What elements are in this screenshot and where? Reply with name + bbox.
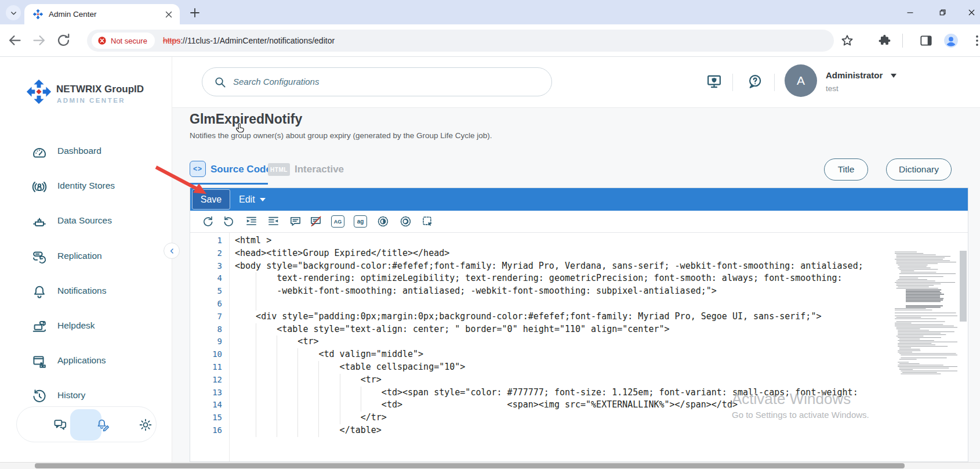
code-line[interactable]: 16 </table> <box>190 424 892 437</box>
sidebar: NETWRIX GroupID ADMIN CENTER DashboardId… <box>0 57 172 462</box>
notification-edit-icon[interactable] <box>95 417 110 432</box>
code-line[interactable]: 11 <table cellspacing="10"> <box>190 361 892 374</box>
side-panel-icon[interactable] <box>919 33 934 48</box>
line-number[interactable]: 16 <box>190 424 222 437</box>
reload-button[interactable] <box>56 33 71 48</box>
line-number[interactable]: 5 <box>190 285 222 298</box>
back-button[interactable] <box>7 33 23 48</box>
sidebar-item-notifications[interactable]: Notifications <box>0 275 172 309</box>
code-line[interactable]: 4 text-rendering: optimizeLegibility; te… <box>190 272 892 285</box>
browser-tab[interactable]: Admin Center <box>24 4 180 24</box>
uncomment-icon[interactable] <box>309 215 322 228</box>
line-number[interactable]: 6 <box>190 298 222 311</box>
search-input[interactable]: Search Configurations <box>202 67 552 96</box>
contrast-light-icon[interactable] <box>399 215 412 228</box>
browser-profile-avatar[interactable] <box>943 33 959 48</box>
window-restore-button[interactable] <box>934 4 951 20</box>
outdent-icon[interactable] <box>267 215 280 228</box>
sidebar-item-dashboard[interactable]: Dashboard <box>0 135 172 169</box>
line-number[interactable]: 10 <box>190 348 222 361</box>
tab-interactive[interactable]: Interactive <box>295 164 344 175</box>
page-scrollbar-thumb[interactable] <box>35 463 905 468</box>
bookmark-star-icon[interactable] <box>840 33 855 48</box>
dictionary-button[interactable]: Dictionary <box>886 158 952 181</box>
redo-icon[interactable] <box>201 215 214 228</box>
forward-button[interactable] <box>31 33 47 48</box>
lowercase-icon[interactable]: ag <box>354 215 367 228</box>
contrast-dark-icon[interactable] <box>376 215 390 228</box>
code-area[interactable]: 1<html >2<head><title>Group Expired</tit… <box>190 233 968 461</box>
code-line[interactable]: 13 <td><span style="color: #777777; font… <box>190 387 892 399</box>
sidebar-item-helpdesk[interactable]: Helpdesk <box>0 309 172 344</box>
window-close-button[interactable] <box>963 4 980 20</box>
uppercase-icon[interactable]: AG <box>331 215 344 228</box>
tab-source-code[interactable]: Source Code <box>210 164 271 175</box>
editor-scrollbar-thumb[interactable] <box>960 251 967 322</box>
line-number[interactable]: 3 <box>190 260 222 273</box>
code-line[interactable]: 9 <tr> <box>190 335 892 348</box>
new-tab-button[interactable] <box>188 6 202 20</box>
indent-guide <box>277 335 277 348</box>
source-code-tab-icon[interactable]: <> <box>190 161 206 177</box>
address-bar[interactable]: Not secure https://11clus-1/AdminCenter/… <box>87 30 834 52</box>
header-divider <box>732 74 733 91</box>
line-number[interactable]: 14 <box>190 399 222 412</box>
settings-icon[interactable] <box>138 417 153 432</box>
tab-search-button[interactable] <box>6 5 21 20</box>
sidebar-item-replication[interactable]: Replication <box>0 240 172 275</box>
code-line-text: <head><title>Group Expired</title></head… <box>235 247 449 260</box>
code-line[interactable]: 6 <box>190 298 892 311</box>
user-avatar[interactable]: A <box>785 64 817 97</box>
sidebar-item-data-sources[interactable]: Data Sources <box>0 204 172 239</box>
code-line[interactable]: 1<html > <box>190 234 892 247</box>
code-line[interactable]: 14 <td> <span><img src="%EXTERNALLINK%">… <box>190 399 892 412</box>
line-number[interactable]: 12 <box>190 374 222 387</box>
code-lines[interactable]: 1<html >2<head><title>Group Expired</tit… <box>190 234 892 461</box>
sidebar-item-identity-stores[interactable]: Identity Stores <box>0 169 172 204</box>
title-button[interactable]: Title <box>824 158 868 181</box>
code-line[interactable]: 8 <table style="text-align: center; " bo… <box>190 323 892 336</box>
html-badge-icon[interactable]: HTML <box>268 163 290 176</box>
sidebar-collapse-button[interactable] <box>164 243 180 259</box>
extensions-icon[interactable] <box>877 33 892 48</box>
indent-guide <box>256 374 256 387</box>
minimap[interactable] <box>892 234 957 461</box>
indent-icon[interactable] <box>245 215 258 228</box>
browser-menu-icon[interactable] <box>970 33 980 48</box>
user-name[interactable]: Administrator <box>826 70 883 80</box>
line-number[interactable]: 1 <box>190 234 222 247</box>
code-line[interactable]: 10 <td valign="middle"> <box>190 348 892 361</box>
code-line[interactable]: 2<head><title>Group Expired</title></hea… <box>190 247 892 260</box>
sidebar-item-label: Data Sources <box>57 215 112 226</box>
sidebar-item-applications[interactable]: Applications <box>0 344 172 379</box>
line-number[interactable]: 2 <box>190 247 222 260</box>
line-number[interactable]: 7 <box>190 311 222 323</box>
line-number[interactable]: 4 <box>190 272 222 285</box>
line-number[interactable]: 15 <box>190 412 222 424</box>
comment-icon[interactable] <box>289 215 302 228</box>
feedback-icon[interactable] <box>53 417 68 432</box>
window-minimize-button[interactable] <box>901 4 919 20</box>
line-number[interactable]: 9 <box>190 335 222 348</box>
help-icon[interactable] <box>746 73 764 91</box>
code-line[interactable]: 5 -webkit-font-smoothing: antialiased; -… <box>190 285 892 298</box>
code-line[interactable]: 15 </tr> <box>190 412 892 424</box>
indent-guide <box>318 412 319 424</box>
undo-icon[interactable] <box>223 215 236 228</box>
edit-menu-button[interactable]: Edit <box>239 188 266 211</box>
save-button[interactable]: Save <box>192 189 230 210</box>
code-line-text: -webkit-font-smoothing: antialiased; -we… <box>235 285 717 298</box>
user-menu-caret-icon[interactable] <box>891 74 896 81</box>
page-horizontal-scrollbar[interactable] <box>0 462 980 469</box>
code-line[interactable]: 3<body style="background-color:#efefef;f… <box>190 260 892 273</box>
line-number[interactable]: 8 <box>190 323 222 336</box>
code-line[interactable]: 12 <tr> <box>190 374 892 387</box>
code-line[interactable]: 7 <div style="padding:0px;margin:0px;bac… <box>190 311 892 323</box>
not-secure-badge[interactable]: Not secure <box>92 33 155 49</box>
remote-session-icon[interactable] <box>705 73 723 91</box>
line-number[interactable]: 11 <box>190 361 222 374</box>
tab-close-icon[interactable] <box>164 9 174 20</box>
select-block-icon[interactable] <box>421 215 434 228</box>
indent-guide <box>297 387 298 399</box>
line-number[interactable]: 13 <box>190 387 222 399</box>
